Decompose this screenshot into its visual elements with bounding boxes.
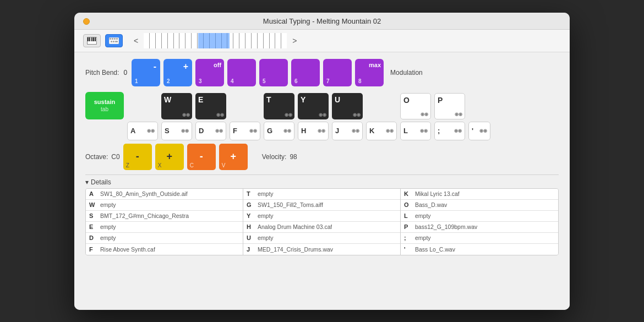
- detail-row-H: H Analog Drum Machine 03.caf: [243, 222, 400, 233]
- detail-key-D: D: [89, 234, 100, 241]
- key-T[interactable]: T ◉◉: [264, 93, 294, 119]
- piano-view-button[interactable]: [83, 34, 101, 47]
- detail-val-F: Rise Above Synth.caf: [100, 246, 155, 253]
- details-col-2: T empty G SW1_150_Fill2_Toms.aiff Y empt…: [243, 189, 401, 255]
- detail-key-quote: ': [404, 246, 415, 253]
- nav-left-arrow[interactable]: <: [132, 36, 140, 45]
- detail-row-P: P bass12_G_109bpm.wav: [401, 222, 558, 233]
- detail-val-P: bass12_G_109bpm.wav: [415, 223, 477, 230]
- details-header-label: Details: [91, 178, 111, 186]
- detail-row-A: A SW1_80_Amin_Synth_Outside.aif: [86, 189, 243, 200]
- key-A[interactable]: A◉◉: [127, 122, 158, 140]
- detail-key-L: L: [404, 212, 415, 219]
- detail-row-D: D empty: [86, 233, 243, 244]
- details-chevron-icon: ▾: [85, 178, 89, 186]
- detail-key-semi: ;: [404, 234, 415, 241]
- detail-key-P: P: [404, 223, 415, 230]
- svg-rect-6: [95, 37, 96, 41]
- detail-val-J: MED_174_Crisis_Drums.wav: [258, 246, 333, 253]
- detail-row-G: G SW1_150_Fill2_Toms.aiff: [243, 200, 400, 211]
- svg-rect-9: [112, 38, 113, 40]
- svg-rect-8: [110, 38, 111, 40]
- detail-key-Y: Y: [247, 212, 258, 219]
- key-semicolon[interactable]: ;◉◉: [434, 122, 465, 140]
- key-Y[interactable]: Y ◉◉: [298, 93, 329, 119]
- pitch-key-3[interactable]: off 3: [195, 59, 224, 86]
- key-E[interactable]: E ◉◉: [195, 93, 226, 119]
- key-U[interactable]: U ◉◉: [332, 93, 363, 119]
- detail-key-H: H: [247, 223, 258, 230]
- detail-val-G: SW1_150_Fill2_Toms.aiff: [258, 201, 323, 208]
- key-O[interactable]: O ◉◉: [400, 93, 431, 119]
- pitch-key-6[interactable]: 6: [291, 59, 320, 86]
- detail-val-Y: empty: [258, 212, 274, 219]
- piano-navigator: < >: [132, 33, 299, 48]
- pitch-key-1[interactable]: - 1: [132, 59, 160, 86]
- key-F[interactable]: F◉◉: [230, 122, 260, 140]
- detail-val-H: Analog Drum Machine 03.caf: [258, 223, 332, 230]
- sustain-sub: tab: [101, 106, 108, 112]
- pitch-zero: 0: [123, 69, 127, 77]
- pitch-key-7[interactable]: 7: [323, 59, 352, 86]
- detail-row-E: E empty: [86, 222, 243, 233]
- detail-key-K: K: [404, 190, 415, 197]
- key-L[interactable]: L◉◉: [400, 122, 431, 140]
- detail-row-O: O Bass_D.wav: [401, 200, 558, 211]
- key-D[interactable]: D◉◉: [195, 122, 226, 140]
- detail-val-U: empty: [258, 234, 274, 241]
- nav-right-arrow[interactable]: >: [290, 36, 299, 45]
- key-K[interactable]: K◉◉: [366, 122, 397, 140]
- detail-row-S: S BMT_172_G#mn_Chicago_Restra: [86, 211, 243, 222]
- pitch-bend-label: Pitch Bend:: [85, 69, 119, 77]
- details-col-1: A SW1_80_Amin_Synth_Outside.aif W empty …: [86, 189, 243, 255]
- semitone-up-key[interactable]: + V: [219, 144, 248, 170]
- details-header[interactable]: ▾ Details: [85, 178, 559, 186]
- traffic-light[interactable]: [83, 18, 90, 25]
- sustain-key[interactable]: sustain tab: [85, 92, 124, 119]
- detail-key-A: A: [89, 190, 100, 197]
- detail-val-O: Bass_D.wav: [415, 201, 447, 208]
- detail-val-W: empty: [100, 201, 116, 208]
- pitch-key-5[interactable]: 5: [259, 59, 288, 86]
- key-S[interactable]: S◉◉: [161, 122, 192, 140]
- svg-rect-4: [91, 37, 92, 41]
- modulation-label: Modulation: [390, 69, 423, 77]
- pitch-key-2[interactable]: + 2: [163, 59, 192, 86]
- detail-val-L: empty: [415, 212, 431, 219]
- detail-row-quote: ' Bass Lo_C.wav: [401, 244, 558, 255]
- key-quote[interactable]: '◉◉: [468, 122, 490, 140]
- svg-rect-12: [111, 41, 112, 42]
- titlebar: Musical Typing - Melting Mountain 02: [74, 13, 570, 30]
- semitone-down-key[interactable]: - C: [187, 144, 216, 170]
- octave-row: Octave: C0 - Z + X - C + V Velocity:: [85, 144, 559, 170]
- detail-row-K: K Mikal Lyric 13.caf: [401, 189, 558, 200]
- detail-val-E: empty: [100, 223, 116, 230]
- detail-row-L: L empty: [401, 211, 558, 222]
- pitch-key-8[interactable]: max 8: [355, 59, 384, 86]
- toolbar: < >: [74, 30, 570, 52]
- svg-rect-10: [114, 38, 116, 40]
- key-H[interactable]: H◉◉: [298, 122, 329, 140]
- main-window: Musical Typing - Melting Mountain 02 <: [74, 13, 570, 310]
- svg-rect-13: [113, 41, 114, 42]
- key-W[interactable]: W ◉◉: [161, 93, 192, 119]
- detail-val-D: empty: [100, 234, 116, 241]
- key-J[interactable]: J◉◉: [332, 122, 363, 140]
- detail-key-S: S: [89, 212, 100, 219]
- detail-key-W: W: [89, 201, 100, 208]
- detail-row-U: U empty: [243, 233, 400, 244]
- typing-view-button[interactable]: [105, 34, 123, 47]
- details-table: A SW1_80_Amin_Synth_Outside.aif W empty …: [85, 188, 559, 255]
- detail-key-T: T: [247, 190, 258, 197]
- content-area: Pitch Bend: 0 - 1 + 2 off 3 4 5: [74, 52, 570, 310]
- velocity-label: Velocity:: [262, 153, 287, 161]
- octave-up-key[interactable]: + X: [155, 144, 184, 170]
- detail-val-T: empty: [258, 190, 274, 197]
- detail-val-quote: Bass Lo_C.wav: [415, 246, 455, 253]
- key-G[interactable]: G◉◉: [264, 122, 294, 140]
- octave-down-key[interactable]: - Z: [123, 144, 152, 170]
- pitch-key-4[interactable]: 4: [227, 59, 256, 86]
- detail-row-J: J MED_174_Crisis_Drums.wav: [243, 244, 400, 255]
- octave-value: C0: [111, 153, 119, 161]
- key-P[interactable]: P ◉◉: [434, 93, 465, 119]
